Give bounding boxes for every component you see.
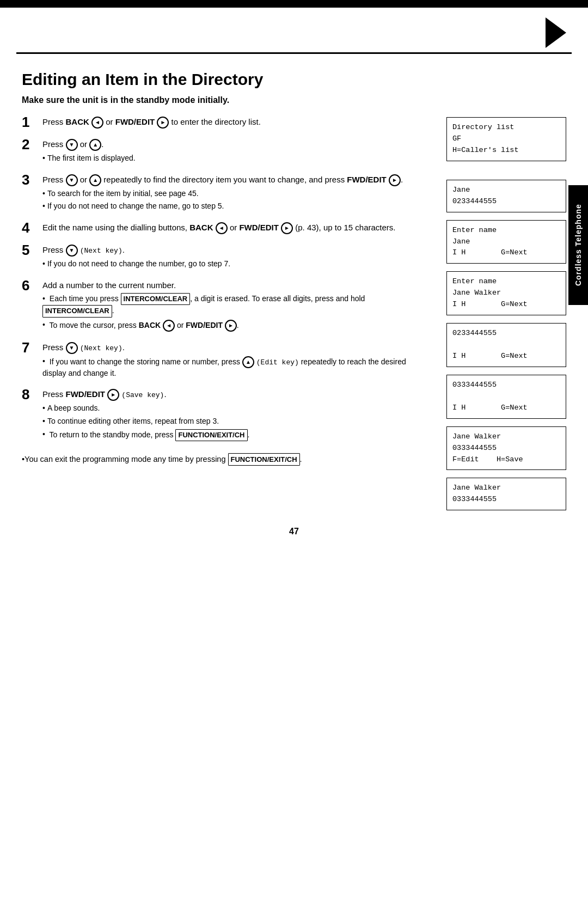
step-5-text: Press ▼ (Next key).	[42, 244, 430, 257]
fwdedit-icon-3: ►	[389, 174, 401, 186]
or-text-1: or	[106, 117, 115, 126]
step-2-bullet-1: The first item is displayed.	[42, 153, 430, 164]
step-6-content: Add a number to the current number. Each…	[42, 279, 430, 334]
screen-4: Enter name Jane Walker I H G=Next	[446, 271, 566, 315]
fwdedit-label-3: FWD/EDIT	[347, 175, 387, 184]
step-3: 3 Press ▼ or ▲ repeatedly to find the di…	[22, 174, 430, 214]
back-icon-4: ◄	[216, 222, 228, 234]
back-label-6: BACK	[139, 320, 161, 329]
down-icon-3: ▼	[66, 174, 78, 186]
screen-7: Jane Walker 0333444555 F=Edit H=Save	[446, 426, 566, 471]
step-6-bullet-2: To move the cursor, press BACK ◄ or FWD/…	[42, 320, 430, 332]
up-icon-7: ▲	[242, 356, 254, 368]
step-8-text: Press FWD/EDIT ► (Save key).	[42, 388, 430, 401]
fwdedit-icon-8: ►	[107, 389, 119, 401]
subtitle: Make sure the unit is in the standby mod…	[22, 95, 566, 105]
screen-6: 0333444555 I H G=Next	[446, 375, 566, 419]
back-label-4: BACK	[189, 223, 213, 232]
step-2-number: 2	[22, 137, 37, 151]
step-3-bullet-1: To search for the item by initial, see p…	[42, 188, 430, 199]
next-key-label-7: (Next key)	[80, 344, 122, 352]
edit-key-label-7: (Edit key)	[256, 358, 299, 366]
step-8-number: 8	[22, 387, 37, 401]
function-exit-key-bottom: FUNCTION/EXIT/CH	[228, 453, 300, 466]
step-2-content: Press ▼ or ▲. The first item is displaye…	[42, 138, 430, 166]
step-6: 6 Add a number to the current number. Ea…	[22, 279, 430, 334]
step-1-text: Press BACK ◄ or FWD/EDIT ► to enter the …	[42, 116, 430, 129]
screen-3: Enter name Jane I H G=Next	[446, 220, 566, 264]
bottom-note: •You can exit the programming mode any t…	[22, 453, 430, 466]
function-exit-key-8: FUNCTION/EXIT/CH	[175, 429, 247, 441]
step-6-text: Add a number to the current number.	[42, 279, 430, 291]
up-icon-2: ▲	[89, 139, 101, 151]
step-1: 1 Press BACK ◄ or FWD/EDIT ► to enter th…	[22, 116, 430, 131]
step-8-bullet-3: To return to the standby mode, press FUN…	[42, 429, 430, 441]
back-left-icon: ◄	[91, 117, 103, 129]
fwdedit-label-6: FWD/EDIT	[186, 320, 223, 329]
step-6-number: 6	[22, 278, 37, 292]
fwdedit-icon-4: ►	[281, 222, 293, 234]
step-3-number: 3	[22, 173, 37, 187]
or-text-2: or	[80, 139, 90, 149]
step-8: 8 Press FWD/EDIT ► (Save key). A beep so…	[22, 388, 430, 443]
fwdedit-label-4: FWD/EDIT	[239, 223, 279, 232]
or-text-3: or	[80, 175, 90, 184]
next-key-label-5: (Next key)	[80, 247, 122, 255]
step-4-text: Edit the name using the dialling buttons…	[42, 222, 430, 234]
step-4-number: 4	[22, 221, 37, 235]
step-5: 5 Press ▼ (Next key). If you do not need…	[22, 244, 430, 272]
step-2: 2 Press ▼ or ▲. The first item is displa…	[22, 138, 430, 166]
left-column: 1 Press BACK ◄ or FWD/EDIT ► to enter th…	[22, 116, 430, 510]
step-8-content: Press FWD/EDIT ► (Save key). A beep soun…	[42, 388, 430, 443]
step-8-bullet-1: A beep sounds.	[42, 403, 430, 414]
intercom-clear-key-1: INTERCOM/CLEAR	[121, 293, 191, 305]
two-col-layout: 1 Press BACK ◄ or FWD/EDIT ► to enter th…	[22, 116, 566, 510]
save-key-label-8: (Save key)	[121, 391, 164, 399]
top-bar	[0, 0, 588, 8]
back-icon-6: ◄	[163, 320, 175, 332]
step-7: 7 Press ▼ (Next key). If you want to cha…	[22, 341, 430, 381]
step-3-text: Press ▼ or ▲ repeatedly to find the dire…	[42, 174, 430, 186]
fwdedit-label-1: FWD/EDIT	[115, 117, 155, 126]
step-7-number: 7	[22, 340, 37, 355]
fwdedit-right-icon-1: ►	[157, 117, 169, 129]
step-2-text: Press ▼ or ▲.	[42, 138, 430, 151]
screen-2: Jane 0233444555	[446, 180, 566, 212]
arrow-right-icon	[546, 17, 566, 48]
or-text-4: or	[230, 223, 240, 232]
step-4-content: Edit the name using the dialling buttons…	[42, 222, 430, 236]
step-7-text: Press ▼ (Next key).	[42, 341, 430, 354]
right-column: Directory list GF H=Caller's list Jane 0…	[446, 116, 566, 510]
up-icon-3: ▲	[89, 174, 101, 186]
step-5-content: Press ▼ (Next key). If you do not need t…	[42, 244, 430, 272]
side-tab: Cordless Telephone	[568, 185, 588, 305]
down-icon-5: ▼	[66, 245, 78, 257]
step-7-bullet-1: If you want to change the storing name o…	[42, 356, 430, 379]
page-container: Editing an Item in the Directory Make su…	[0, 0, 588, 909]
main-title: Editing an Item in the Directory	[22, 70, 566, 89]
step-6-bullet-1: Each time you press INTERCOM/CLEAR, a di…	[42, 293, 430, 317]
step-1-content: Press BACK ◄ or FWD/EDIT ► to enter the …	[42, 116, 430, 131]
screen-5: 0233444555 I H G=Next	[446, 323, 566, 367]
down-icon-2: ▼	[66, 139, 78, 151]
page-number: 47	[22, 527, 566, 547]
step-8-bullet-2: To continue editing other items, repeat …	[42, 416, 430, 427]
fwdedit-icon-6: ►	[225, 320, 237, 332]
step-7-content: Press ▼ (Next key). If you want to chang…	[42, 341, 430, 381]
screen-8: Jane Walker 0333444555	[446, 478, 566, 510]
down-icon-7: ▼	[66, 342, 78, 354]
step-4: 4 Edit the name using the dialling butto…	[22, 222, 430, 236]
step-1-number: 1	[22, 115, 37, 129]
back-label: BACK	[66, 117, 89, 126]
step-3-content: Press ▼ or ▲ repeatedly to find the dire…	[42, 174, 430, 214]
intercom-clear-key-2: INTERCOM/CLEAR	[42, 305, 112, 317]
screen-1: Directory list GF H=Caller's list	[446, 117, 566, 161]
step-5-number: 5	[22, 243, 37, 257]
step-3-bullet-2: If you do not need to change the name, g…	[42, 201, 430, 212]
arrow-container	[0, 8, 588, 52]
spacer-2	[446, 169, 566, 172]
fwdedit-label-8: FWD/EDIT	[66, 389, 106, 399]
step-5-bullet-1: If you do not need to change the number,…	[42, 259, 430, 270]
content-area: Editing an Item in the Directory Make su…	[0, 54, 588, 569]
